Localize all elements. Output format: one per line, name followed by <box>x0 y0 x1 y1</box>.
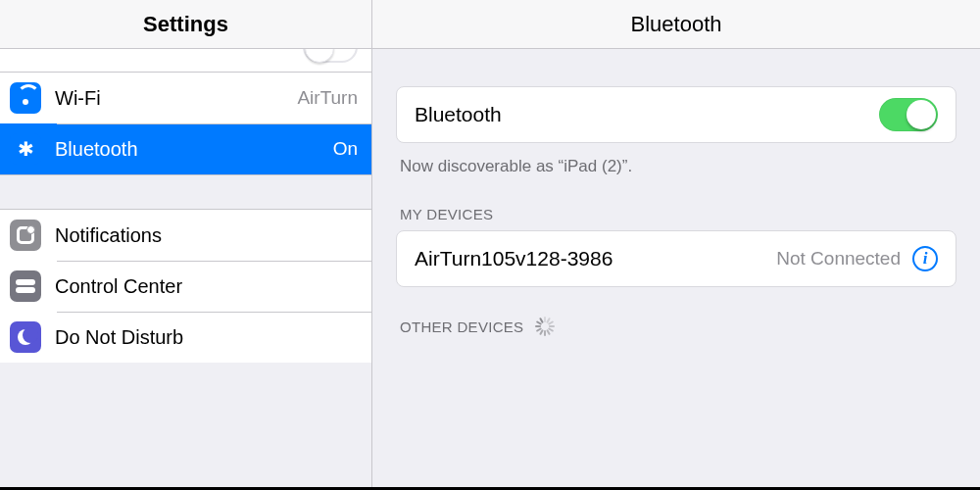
sidebar-item-do-not-disturb[interactable]: Do Not Disturb <box>0 312 371 363</box>
bluetooth-toggle-card: Bluetooth <box>396 86 956 143</box>
other-devices-label: OTHER DEVICES <box>400 318 523 335</box>
sidebar-group-general: Notifications Control Center Do Not Dist… <box>0 210 371 363</box>
device-row[interactable]: AirTurn105v128-3986 Not Connected i <box>397 231 956 286</box>
wifi-icon <box>10 82 41 114</box>
sidebar-item-label: Do Not Disturb <box>55 326 358 349</box>
switch-off-icon[interactable] <box>303 49 358 63</box>
detail-content: Bluetooth Now discoverable as “iPad (2)”… <box>372 49 980 344</box>
moon-icon <box>10 321 41 353</box>
other-devices-header: OTHER DEVICES <box>396 287 956 344</box>
sidebar-item-label: Control Center <box>55 275 358 298</box>
sidebar-item-label: Bluetooth <box>55 138 333 161</box>
discoverable-hint: Now discoverable as “iPad (2)”. <box>396 143 956 176</box>
sidebar-item-status: On <box>333 138 358 160</box>
sidebar-item-bluetooth[interactable]: ✱ Bluetooth On <box>0 123 371 174</box>
sidebar-group-network: Wi-Fi AirTurn ✱ Bluetooth On <box>0 73 371 174</box>
bluetooth-toggle-row[interactable]: Bluetooth <box>397 87 956 142</box>
sidebar-item-notifications[interactable]: Notifications <box>0 210 371 261</box>
bluetooth-switch[interactable] <box>879 98 938 131</box>
device-name: AirTurn105v128-3986 <box>415 247 776 270</box>
detail-pane: Bluetooth Bluetooth Now discoverable as … <box>372 0 980 487</box>
sidebar-item-label: Wi-Fi <box>55 87 297 110</box>
info-icon[interactable]: i <box>912 246 938 271</box>
bluetooth-icon: ✱ <box>10 133 41 165</box>
sidebar-item-partial[interactable] <box>0 49 371 73</box>
notifications-icon <box>10 220 41 251</box>
sidebar-item-status: AirTurn <box>297 87 358 109</box>
control-center-icon <box>10 270 41 302</box>
sidebar-item-wifi[interactable]: Wi-Fi AirTurn <box>0 73 371 123</box>
detail-title: Bluetooth <box>372 0 980 49</box>
sidebar-group-divider <box>0 174 371 210</box>
device-status: Not Connected <box>776 248 901 270</box>
settings-title: Settings <box>0 0 371 49</box>
settings-sidebar: Settings Wi-Fi AirTurn ✱ Bluetooth On No… <box>0 0 372 487</box>
my-devices-list: AirTurn105v128-3986 Not Connected i <box>396 230 956 287</box>
bluetooth-toggle-label: Bluetooth <box>415 103 879 126</box>
spinner-icon <box>535 317 555 336</box>
sidebar-item-control-center[interactable]: Control Center <box>0 261 371 312</box>
sidebar-item-label: Notifications <box>55 224 358 247</box>
my-devices-header: MY DEVICES <box>396 176 956 230</box>
